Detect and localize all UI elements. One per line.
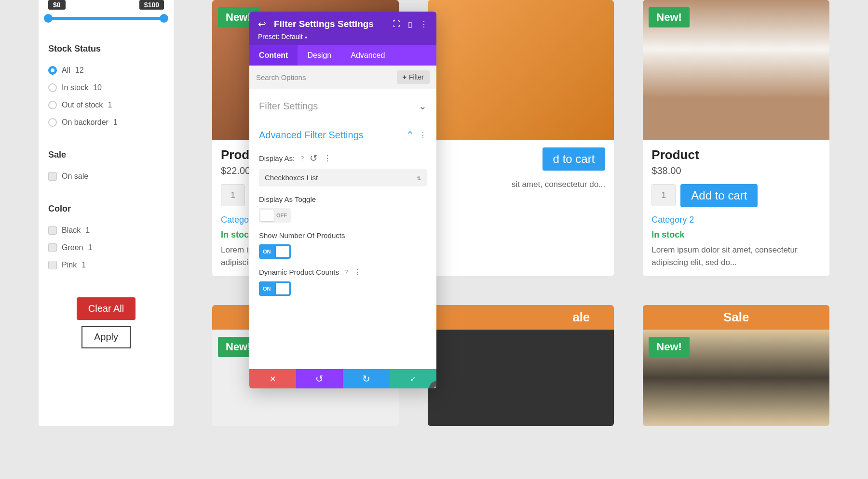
- clear-all-button[interactable]: Clear All: [77, 297, 136, 320]
- product-card: New! Product $38.00 Add to cart Category…: [643, 0, 829, 276]
- menu-dots-icon[interactable]: [420, 20, 428, 29]
- display-as-select[interactable]: Checkboxes List: [259, 169, 427, 186]
- caret-down-icon: [305, 33, 307, 40]
- search-bar: Search Options Filter: [249, 66, 436, 89]
- product-description: sit amet, consectetur do...: [495, 178, 606, 191]
- product-image[interactable]: [428, 330, 614, 426]
- cancel-button[interactable]: [249, 369, 296, 388]
- filter-sidebar: $0 $100 Stock Status All 12 In stock 10: [39, 0, 174, 426]
- advanced-filter-section[interactable]: Advanced Filter Settings: [259, 126, 427, 144]
- checkbox-icon: [48, 243, 57, 252]
- product-card: New! d to cart sit amet, consectetur do.…: [428, 0, 614, 276]
- expand-icon[interactable]: [393, 20, 400, 29]
- stock-option-all[interactable]: All 12: [48, 66, 164, 75]
- product-card: ale: [428, 305, 614, 426]
- checkbox-icon: [48, 261, 57, 269]
- sale-title: Sale: [48, 150, 164, 160]
- radio-icon: [48, 83, 57, 92]
- sale-badge: Sale: [643, 305, 829, 330]
- slider-thumb-min[interactable]: [44, 14, 53, 23]
- add-to-cart-button[interactable]: d to cart: [542, 147, 606, 171]
- color-option-green[interactable]: Green 1: [48, 243, 164, 252]
- search-input[interactable]: Search Options: [256, 73, 306, 81]
- redo-button[interactable]: [343, 369, 390, 388]
- filter-settings-panel: Filter Settings Settings Preset: Default…: [249, 12, 436, 388]
- slider-track[interactable]: [48, 17, 164, 20]
- color-option-black[interactable]: Black 1: [48, 226, 164, 235]
- layout-icon[interactable]: [408, 20, 412, 29]
- field-menu-icon[interactable]: [324, 154, 331, 163]
- show-number-switch[interactable]: ON: [259, 244, 291, 259]
- reset-icon[interactable]: [310, 152, 318, 164]
- sale-group: Sale On sale: [39, 140, 174, 194]
- check-icon: [410, 374, 416, 384]
- product-category[interactable]: Category 2: [651, 215, 821, 225]
- panel-header[interactable]: Filter Settings Settings Preset: Default: [249, 12, 436, 45]
- new-badge: New!: [649, 337, 690, 357]
- chevron-down-icon: [419, 100, 427, 112]
- checkbox-icon: [48, 226, 57, 235]
- plus-icon: [403, 73, 407, 81]
- new-badge: New!: [649, 7, 690, 27]
- price-range-slider[interactable]: $0 $100: [39, 0, 174, 34]
- stock-status-group: Stock Status All 12 In stock 10 Out of s…: [39, 34, 174, 140]
- panel-tabs: Content Design Advanced: [249, 45, 436, 66]
- tab-design[interactable]: Design: [298, 45, 341, 66]
- slider-thumb-max[interactable]: [160, 14, 168, 23]
- tab-content[interactable]: Content: [249, 45, 298, 66]
- radio-icon: [48, 66, 57, 75]
- display-toggle-switch[interactable]: OFF: [259, 208, 291, 223]
- radio-icon: [48, 101, 57, 109]
- product-stock: In stock: [651, 230, 821, 240]
- stock-option-backorder[interactable]: On backorder 1: [48, 118, 164, 127]
- show-number-field: Show Number Of Products ON: [259, 231, 427, 259]
- product-image[interactable]: New!: [643, 330, 829, 426]
- stock-option-instock[interactable]: In stock 10: [48, 83, 164, 92]
- color-option-pink[interactable]: Pink 1: [48, 261, 164, 269]
- undo-icon: [315, 373, 324, 385]
- display-toggle-field: Display As Toggle OFF: [259, 195, 427, 223]
- dynamic-counts-switch[interactable]: ON: [259, 281, 291, 296]
- select-caret-icon: [417, 173, 421, 182]
- checkbox-icon: [48, 172, 57, 181]
- display-as-field: Display As: ? Checkboxes List: [259, 152, 427, 186]
- sale-option-onsale[interactable]: On sale: [48, 172, 164, 181]
- sale-badge: ale: [428, 305, 614, 330]
- product-price: $38.00: [651, 165, 821, 176]
- field-menu-icon[interactable]: [354, 267, 362, 277]
- product-card: Sale New!: [643, 305, 829, 426]
- product-image[interactable]: New!: [428, 0, 614, 140]
- product-description: Lorem ipsum dolor sit amet, consectetur …: [651, 244, 821, 268]
- panel-footer: [249, 369, 436, 388]
- add-filter-button[interactable]: Filter: [397, 70, 430, 84]
- stock-option-outstock[interactable]: Out of stock 1: [48, 101, 164, 109]
- stock-title: Stock Status: [48, 44, 164, 54]
- help-icon[interactable]: ?: [345, 268, 348, 276]
- product-image[interactable]: New!: [643, 0, 829, 140]
- radio-icon: [48, 118, 57, 127]
- filter-settings-section[interactable]: Filter Settings: [259, 97, 427, 115]
- tab-advanced[interactable]: Advanced: [341, 45, 394, 66]
- color-title: Color: [48, 204, 164, 214]
- close-icon: [270, 374, 276, 384]
- quantity-input[interactable]: [221, 184, 245, 206]
- chevron-up-icon: [406, 129, 414, 141]
- preset-dropdown[interactable]: Preset: Default: [258, 33, 428, 40]
- panel-title: Filter Settings Settings: [274, 19, 385, 29]
- section-menu-icon[interactable]: [419, 131, 427, 140]
- back-icon[interactable]: [258, 18, 266, 30]
- price-max: $100: [139, 0, 164, 10]
- quantity-input[interactable]: [651, 184, 676, 206]
- product-title: Product: [651, 147, 821, 162]
- apply-button[interactable]: Apply: [81, 326, 131, 348]
- add-to-cart-button[interactable]: Add to cart: [680, 184, 758, 207]
- dynamic-counts-field: Dynamic Product Counts ? ON: [259, 267, 427, 296]
- color-group: Color Black 1 Green 1 Pink 1: [39, 194, 174, 283]
- price-min: $0: [48, 0, 66, 10]
- redo-icon: [362, 373, 370, 385]
- undo-button[interactable]: [296, 369, 343, 388]
- help-icon[interactable]: ?: [300, 155, 304, 162]
